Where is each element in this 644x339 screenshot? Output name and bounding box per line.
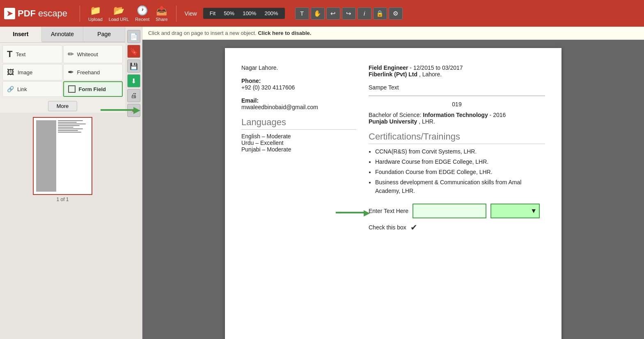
phone-label: Phone:	[241, 78, 261, 84]
formfield-tool-icon	[68, 85, 76, 93]
zoom-controls: Fit 50% 100% 200%	[203, 8, 285, 19]
hand-tool-button[interactable]: ✋	[311, 7, 325, 20]
upload-button[interactable]: 📁 Upload	[88, 5, 103, 22]
print-vert-btn[interactable]: 🖨	[127, 89, 140, 102]
form-dropdown[interactable]: ▼	[490, 204, 540, 218]
text-tool-icon: T	[7, 49, 12, 60]
download-vert-btn[interactable]: ⬇	[127, 74, 140, 87]
pdf-page: Nagar Lahore. Phone: +92 (0) 320 4117606…	[225, 48, 561, 339]
languages-title: Languages	[241, 117, 356, 130]
cert-item-3: Foundation Course from EDGE College, LHR…	[375, 168, 545, 176]
load-url-icon: 📂	[113, 5, 124, 16]
job-date: - 12/2015 to 03/2017	[410, 64, 463, 71]
arrow-shaft	[336, 212, 364, 213]
main-layout: Insert Annotate Page T Text ✏ Whiteout 🖼…	[0, 27, 644, 339]
load-url-button[interactable]: 📂 Load URL	[109, 5, 129, 22]
whiteout-tool-icon: ✏	[68, 50, 74, 59]
info-banner: Click and drag on page to insert a new o…	[142, 27, 644, 40]
pdf-two-col: Nagar Lahore. Phone: +92 (0) 320 4117606…	[241, 64, 545, 232]
checkbox-area: Check this box ✔	[369, 222, 545, 232]
text-cursor-button[interactable]: T	[295, 7, 309, 20]
green-arrow-right: ▶	[336, 208, 370, 218]
cert-list: CCNA(R&S) from Corvit Systems, LHR. Hard…	[369, 147, 545, 195]
redo-button[interactable]: ↪	[342, 7, 356, 20]
undo-button[interactable]: ↩	[326, 7, 340, 20]
thumb-right-col	[58, 120, 89, 192]
cert-item-1: CCNA(R&S) from Corvit Systems, LHR.	[375, 147, 545, 156]
zoom-200-button[interactable]: 200%	[261, 9, 281, 18]
page-number: 019	[369, 101, 545, 108]
thumbnail-area: 1 of 1	[0, 113, 125, 339]
university-location: , LHR.	[419, 118, 435, 125]
form-field-row: Enter Text Here ▼	[369, 204, 545, 218]
upload-label: Upload	[88, 17, 103, 22]
form-text-input[interactable]	[413, 204, 486, 218]
view-label: View	[185, 10, 197, 17]
lang-1: English – Moderate	[241, 133, 356, 140]
share-label: Share	[156, 17, 167, 22]
text-tool-label: Text	[16, 51, 25, 57]
formfield-tool-label: Form Field	[79, 86, 106, 92]
link-tool-label: Link	[17, 86, 27, 92]
lock-button[interactable]: 🔒	[373, 7, 387, 20]
zoom-100-button[interactable]: 100%	[239, 9, 259, 18]
pdf-left-col: Nagar Lahore. Phone: +92 (0) 320 4117606…	[241, 64, 356, 232]
logo-escape: escape	[38, 8, 67, 19]
pdf-viewport[interactable]: Nagar Lahore. Phone: +92 (0) 320 4117606…	[142, 40, 644, 339]
logo-icon: ➤	[4, 8, 15, 19]
form-field-label: Enter Text Here	[369, 208, 408, 214]
tool-freehand[interactable]: ✒ Freehand	[63, 64, 123, 80]
upload-icon: 📁	[90, 5, 101, 16]
app-header: ➤ PDFescape 📁 Upload 📂 Load URL 🕐 Recent…	[0, 0, 644, 27]
tab-page[interactable]: Page	[83, 27, 125, 42]
sample-text: Sampe Text	[369, 84, 545, 91]
left-panel: Insert Annotate Page T Text ✏ Whiteout 🖼…	[0, 27, 125, 339]
dropdown-arrow-icon: ▼	[530, 207, 537, 215]
separator-1	[80, 5, 80, 22]
lang-3: Punjabi – Moderate	[241, 146, 356, 153]
university-name: Punjab University	[369, 118, 417, 125]
separator-2	[176, 5, 176, 22]
job-title: Field Engineer	[369, 64, 408, 71]
logo-pdf: PDF	[18, 8, 36, 19]
checkmark-icon: ✔	[410, 222, 417, 232]
freehand-tool-icon: ✒	[68, 68, 74, 77]
email-label: Email:	[241, 97, 259, 104]
checkbox-label: Check this box	[369, 224, 406, 231]
form-fields-area: ▶ Enter Text Here ▼ Check this box	[369, 204, 545, 232]
tab-insert[interactable]: Insert	[0, 27, 42, 42]
tab-annotate[interactable]: Annotate	[42, 27, 84, 42]
settings-button[interactable]: ⚙	[389, 7, 403, 20]
share-button[interactable]: 📤 Share	[156, 5, 167, 22]
tool-link[interactable]: 🔗 Link	[2, 81, 62, 97]
tab-bar: Insert Annotate Page	[0, 27, 125, 43]
image-tool-label: Image	[18, 69, 32, 76]
pin-vert-btn[interactable]: 📌	[127, 104, 140, 117]
vertical-toolbar: 📄 🔖 💾 ⬇ 🖨 📌	[125, 27, 142, 339]
page-vert-btn[interactable]: 📄	[127, 30, 140, 43]
page-thumbnail[interactable]	[33, 117, 92, 195]
thumbnail-label: 1 of 1	[56, 197, 69, 202]
save-vert-btn[interactable]: 💾	[127, 60, 140, 73]
tool-formfield[interactable]: Form Field	[63, 81, 123, 97]
info-banner-link[interactable]: Click here to disable.	[258, 30, 311, 36]
email-value: mwaleedbinobaid@gmail.com	[241, 104, 356, 110]
link-tool-icon: 🔗	[7, 86, 14, 92]
company-location: , Lahore.	[419, 71, 442, 78]
degree-label: Bachelor of Science:	[369, 112, 421, 118]
bookmark-vert-btn[interactable]: 🔖	[127, 45, 140, 58]
tool-text[interactable]: T Text	[2, 45, 62, 63]
arrow-head: ▶	[364, 208, 370, 218]
info-button[interactable]: i	[358, 7, 371, 20]
zoom-50-button[interactable]: 50%	[220, 9, 238, 18]
more-button[interactable]: More	[48, 101, 78, 111]
company-name: Fiberlink (Pvt) Ltd	[369, 71, 417, 78]
recent-button[interactable]: 🕐 Recent	[135, 5, 149, 22]
cert-item-4: Business development & Communication ski…	[375, 178, 545, 195]
fit-button[interactable]: Fit	[206, 9, 219, 18]
view-button[interactable]: View	[185, 10, 197, 17]
tool-whiteout[interactable]: ✏ Whiteout	[63, 45, 123, 63]
tool-image[interactable]: 🖼 Image	[2, 64, 62, 80]
load-url-label: Load URL	[109, 17, 129, 22]
cert-item-2: Hardware Course from EDGE College, LHR.	[375, 158, 545, 166]
